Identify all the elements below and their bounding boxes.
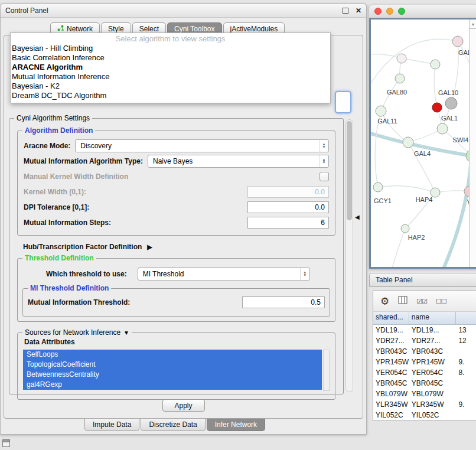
tab-label: Network (67, 25, 93, 33)
column-header-extra[interactable] (456, 312, 476, 324)
network-node[interactable] (401, 224, 409, 233)
network-edge[interactable] (434, 64, 437, 107)
algorithm-option[interactable]: Bayesian - Hill Climbing (11, 44, 330, 53)
network-node[interactable] (437, 123, 448, 134)
table-cell: YDR27... (373, 337, 409, 345)
aracne-mode-select[interactable]: Discovery ▲▼ (75, 139, 329, 152)
kernel-width-row: Kernel Width (0,1): 0.0 (24, 185, 329, 198)
network-edge[interactable] (392, 229, 405, 267)
combo-arrows-icon: ▲▼ (319, 155, 328, 167)
settings-scrollbar-thumb[interactable] (347, 121, 352, 220)
table-row[interactable]: YIL052CYIL052C (373, 410, 476, 420)
table-row[interactable]: YER054CYER054C8. (373, 367, 476, 378)
network-node[interactable] (452, 36, 463, 47)
chevron-right-icon: ▶ (147, 243, 152, 251)
dpi-tolerance-field[interactable]: 0.0 (247, 201, 329, 213)
hub-tf-definition-section[interactable]: Hub/Transcription Factor Definition ▶ (23, 243, 335, 251)
mi-threshold-field[interactable]: 0.5 (242, 296, 325, 308)
network-edge[interactable] (378, 185, 435, 193)
desktop: Control Panel ✕ Network Style Select Cyn… (0, 0, 476, 450)
attribute-list-item[interactable]: TopologicalCoefficient (23, 360, 322, 370)
network-node[interactable] (395, 74, 405, 83)
mi-type-select[interactable]: Naive Bayes ▲▼ (148, 155, 329, 168)
algorithm-option[interactable]: Basic Correlation Inference (11, 53, 330, 63)
table-header: shared... name (373, 312, 476, 325)
sources-title-label: Sources for Network Inference (25, 328, 120, 337)
network-edge[interactable] (402, 58, 435, 64)
network-node[interactable] (445, 97, 457, 109)
algorithm-combo-partial[interactable] (335, 91, 351, 113)
table-cell: YDL19... (409, 326, 457, 334)
minimize-traffic-light-icon[interactable] (386, 8, 393, 15)
which-threshold-select[interactable]: MI Threshold ▲▼ (138, 268, 310, 281)
algorithm-option[interactable]: Dream8 DC_TDC Algorithm (11, 91, 330, 100)
table-row[interactable]: YBR043CYBR043C (373, 346, 476, 357)
show-columns-icon[interactable] (398, 296, 407, 306)
mi-type-row: Mutual Information Algorithm Type: Naive… (24, 155, 329, 168)
network-node[interactable] (403, 137, 413, 148)
scroll-up-icon[interactable]: ▲ (470, 19, 476, 29)
table-row[interactable]: YDR27...YDR27...12 (373, 335, 476, 346)
sources-title[interactable]: Sources for Network Inference ▼ (22, 328, 132, 337)
manual-kernel-checkbox[interactable] (319, 172, 329, 181)
which-threshold-label: Which threshold to use: (46, 270, 127, 278)
close-window-icon[interactable]: ✕ (356, 7, 361, 14)
tab-label: Discretize Data (149, 420, 197, 429)
table-panel-window: ⚙ ☑☑ ☐☐ shared... name YDL19...YDL19...1… (373, 291, 476, 421)
mi-steps-row: Mutual Information Steps: 6 (24, 216, 329, 229)
table-row[interactable]: YDL19...YDL19...13 (373, 325, 476, 335)
attribute-list-item[interactable]: SelfLoops (23, 350, 322, 360)
network-node[interactable] (432, 103, 442, 112)
network-node[interactable] (373, 182, 383, 192)
network-node[interactable] (397, 54, 406, 63)
table-row[interactable]: YLR345WYLR345W9. (373, 399, 476, 410)
column-header-name[interactable]: name (409, 312, 457, 324)
group-title: MI Threshold Definition (28, 284, 111, 292)
column-header-shared[interactable]: shared... (373, 312, 409, 324)
tab-impute-data[interactable]: Impute Data (84, 419, 139, 431)
kernel-width-label: Kernel Width (0,1): (24, 188, 86, 196)
algorithm-option[interactable]: Mutual Information Inference (11, 72, 330, 81)
table-cell: YPR145W (373, 358, 409, 366)
algorithm-option[interactable]: ARACNE Algorithm (11, 63, 330, 72)
mi-steps-field[interactable]: 6 (247, 217, 329, 229)
bottom-tab-bar: Impute Data Discretize Data Infer Networ… (84, 419, 266, 431)
close-traffic-light-icon[interactable] (374, 8, 382, 15)
table-row[interactable]: YPR145WYPR145W9. (373, 357, 476, 367)
chevron-down-icon: ▼ (123, 330, 129, 336)
algorithm-option[interactable]: Bayesian - K2 (11, 81, 330, 91)
attribute-list-item[interactable]: BetweennessCentrality (23, 370, 322, 380)
window-title: Control Panel (5, 6, 48, 15)
gear-icon[interactable]: ⚙ (380, 296, 389, 306)
select-all-icon[interactable]: ☑☑ (416, 298, 427, 305)
tab-infer-network[interactable]: Infer Network (207, 419, 265, 431)
attribute-list-item[interactable]: gal4RGexp (23, 380, 322, 390)
network-node[interactable] (376, 106, 386, 116)
table-cell: YPR145W (409, 358, 457, 366)
deselect-all-icon[interactable]: ☐☐ (436, 298, 446, 305)
kernel-width-field[interactable]: 0.0 (247, 186, 329, 198)
tab-discretize-data[interactable]: Discretize Data (141, 419, 205, 431)
network-edge[interactable] (443, 159, 471, 267)
attribute-list-scrollbar[interactable] (323, 350, 330, 391)
network-scrollbar[interactable]: ▲ (469, 19, 476, 267)
settings-scrollbar[interactable] (345, 119, 353, 392)
table-row[interactable]: YBL079WYBL079W (373, 389, 476, 399)
table-row[interactable]: YBR045CYBR045C (373, 378, 476, 389)
table-cell: 8. (456, 369, 476, 377)
table-cell: YLR345W (373, 400, 409, 409)
table-cell: YLR345W (409, 400, 457, 409)
aracne-mode-value: Discovery (80, 142, 112, 150)
float-window-icon[interactable] (343, 8, 348, 14)
collapse-panel-arrow-icon[interactable]: ◀ (355, 214, 360, 220)
table-cell: YDL19... (373, 326, 409, 334)
zoom-traffic-light-icon[interactable] (398, 8, 405, 15)
apply-button[interactable]: Apply (162, 399, 205, 412)
restore-panel-icon[interactable] (2, 439, 10, 447)
network-edge[interactable] (371, 39, 458, 90)
network-canvas[interactable]: GAL8GAL80GAL10GAL11GAL1SWI4GAL4GCY1HAP4Y… (371, 19, 476, 267)
table-cell: YBR043C (409, 347, 457, 356)
network-node[interactable] (431, 60, 440, 69)
which-threshold-value: MI Threshold (143, 270, 184, 278)
network-canvas-svg: GAL8GAL80GAL10GAL11GAL1SWI4GAL4GCY1HAP4Y… (371, 19, 476, 267)
